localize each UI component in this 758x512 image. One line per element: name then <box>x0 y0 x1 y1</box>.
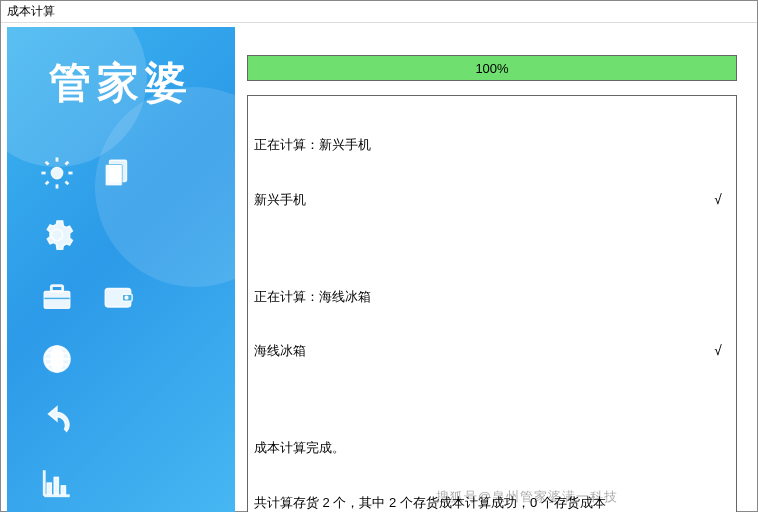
svg-point-0 <box>51 167 62 178</box>
log-item-name: 海线冰箱 <box>254 342 306 360</box>
svg-rect-26 <box>61 486 65 495</box>
main-panel: 100% 正在计算：新兴手机 新兴手机 √ 正在计算：海线冰箱 海线冰箱 √ 成… <box>247 27 751 512</box>
cost-calc-window: 成本计算 管家婆 <box>0 0 758 512</box>
blank-icon-6 <box>156 337 200 381</box>
sidebar-icon-grid <box>7 121 235 512</box>
log-item-name: 新兴手机 <box>254 191 306 209</box>
blank-icon-2 <box>96 213 140 257</box>
check-icon: √ <box>714 191 730 209</box>
log-spacer <box>254 397 730 403</box>
svg-line-6 <box>66 182 69 185</box>
briefcase-icon <box>35 275 79 319</box>
log-line: 正在计算：新兴手机 <box>254 136 730 154</box>
svg-rect-12 <box>51 286 62 292</box>
progress-bar: 100% <box>247 55 737 81</box>
log-line: 成本计算完成。 <box>254 439 730 457</box>
files-icon <box>96 151 140 195</box>
content-area: 管家婆 <box>1 23 757 512</box>
svg-line-7 <box>46 182 49 185</box>
log-spacer <box>254 246 730 252</box>
svg-rect-10 <box>105 165 122 186</box>
log-line: 共计算存货 2 个，其中 2 个存货成本计算成功，0 个存货成本 <box>254 494 730 512</box>
blank-icon-1 <box>156 151 200 195</box>
blank-icon-4 <box>156 275 200 319</box>
check-icon: √ <box>714 342 730 360</box>
undo-icon <box>35 399 79 443</box>
log-line: 新兴手机 √ <box>254 191 730 209</box>
chart-icon <box>35 461 79 505</box>
sun-icon <box>35 151 79 195</box>
svg-rect-25 <box>54 477 58 494</box>
window-title: 成本计算 <box>1 1 757 23</box>
blank-icon-3 <box>156 213 200 257</box>
brand-logo: 管家婆 <box>7 27 235 121</box>
blank-icon-8 <box>156 399 200 443</box>
progress-text: 100% <box>248 56 736 80</box>
gear-icon <box>35 213 79 257</box>
blank-icon-10 <box>156 461 200 505</box>
log-output[interactable]: 正在计算：新兴手机 新兴手机 √ 正在计算：海线冰箱 海线冰箱 √ 成本计算完成… <box>247 95 737 512</box>
log-line: 海线冰箱 √ <box>254 342 730 360</box>
log-line: 正在计算：海线冰箱 <box>254 288 730 306</box>
blank-icon-7 <box>96 399 140 443</box>
blank-icon-9 <box>96 461 140 505</box>
svg-line-5 <box>46 162 49 165</box>
sidebar: 管家婆 <box>7 27 235 512</box>
svg-rect-24 <box>47 483 51 494</box>
svg-rect-11 <box>44 291 70 308</box>
globe-icon <box>35 337 79 381</box>
wallet-icon <box>96 275 140 319</box>
svg-point-16 <box>125 296 128 299</box>
svg-line-8 <box>66 162 69 165</box>
blank-icon-5 <box>96 337 140 381</box>
